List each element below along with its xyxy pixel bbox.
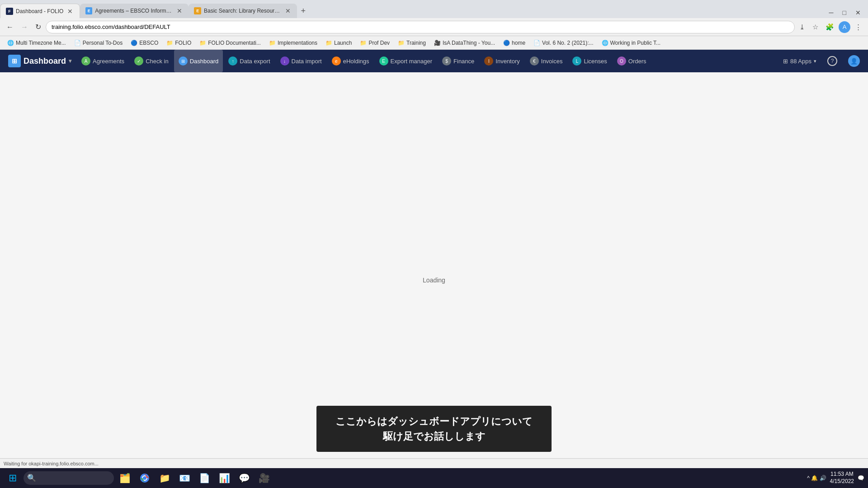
tab-favicon-agreements: E (85, 7, 92, 14)
taskbar-chrome[interactable] (136, 469, 154, 487)
folio-main-content: Loading ここからはダッシュボードアプリについて 駆け足でお話しします (0, 72, 868, 488)
bookmark-icon: 📁 (398, 40, 405, 46)
apps-button[interactable]: ⊞ 88 Apps ▾ (778, 50, 821, 72)
download-icon[interactable]: ⤓ (797, 21, 808, 33)
taskbar-search-input[interactable] (24, 471, 114, 485)
folio-brand[interactable]: ⊞ Dashboard ▾ (4, 55, 76, 67)
tab-title-agreements: Agreements – EBSCO Informatio... (95, 8, 173, 14)
forward-button[interactable]: → (18, 21, 31, 33)
taskbar-folder[interactable]: 📁 (156, 469, 174, 487)
help-button[interactable]: ? (823, 50, 842, 72)
notification-icon[interactable]: 🗨️ (858, 475, 864, 481)
refresh-button[interactable]: ↻ (33, 21, 44, 33)
taskbar-clock: 11:53 AM 4/15/2022 (830, 471, 854, 485)
back-button[interactable]: ← (4, 21, 16, 33)
bookmark-profdev[interactable]: 📁 Prof Dev (356, 39, 393, 47)
bookmark-isa[interactable]: 🎥 IsA DataThing - You... (430, 39, 499, 47)
tab-close-dashboard[interactable]: ✕ (66, 7, 74, 15)
minimize-button[interactable]: ─ (826, 7, 837, 18)
bookmark-folio-doc[interactable]: 📁 FOLIO Documentati... (196, 39, 264, 47)
dataimport-icon: ↓ (280, 56, 289, 66)
new-tab-button[interactable]: + (297, 4, 309, 18)
nav-item-checkin[interactable]: ✓ Check in (130, 50, 173, 72)
taskbar-excel[interactable]: 📊 (215, 469, 233, 487)
svg-point-2 (143, 476, 146, 480)
subtitle-overlay: ここからはダッシュボードアプリについて 駆け足でお話しします (316, 406, 552, 452)
nav-item-dataexport[interactable]: ↑ Data export (224, 50, 274, 72)
bookmark-icon: 🔵 (503, 40, 510, 46)
nav-item-invoices[interactable]: € Invoices (525, 50, 567, 72)
tab-search[interactable]: E Basic Search: Library Resources ✕ (189, 4, 297, 18)
tab-agreements[interactable]: E Agreements – EBSCO Informatio... ✕ (80, 4, 189, 18)
tab-close-search[interactable]: ✕ (284, 7, 292, 15)
checkin-icon: ✓ (134, 56, 143, 66)
nav-item-agreements[interactable]: A Agreements (77, 50, 129, 72)
bookmark-label: Vol. 6 No. 2 (2021):... (542, 40, 593, 46)
bookmark-vol[interactable]: 📄 Vol. 6 No. 2 (2021):... (530, 39, 597, 47)
bookmark-training[interactable]: 📁 Training (394, 39, 429, 47)
nav-item-dataimport[interactable]: ↓ Data import (276, 50, 326, 72)
eholdings-icon: e (332, 56, 341, 66)
folio-nav-right: ⊞ 88 Apps ▾ ? 👤 (778, 50, 864, 72)
star-icon[interactable]: ☆ (810, 21, 821, 33)
bookmark-launch[interactable]: 📁 Launch (322, 39, 355, 47)
tab-close-agreements[interactable]: ✕ (175, 7, 183, 15)
invoices-icon: € (530, 56, 539, 66)
nav-label-eholdings: eHoldings (343, 58, 369, 65)
profile-icon-browser[interactable]: A (839, 21, 850, 33)
nav-item-dashboard[interactable]: ⊞ Dashboard (174, 50, 223, 72)
bookmark-icon: 📁 (269, 40, 276, 46)
nav-item-inventory[interactable]: I Inventory (480, 50, 524, 72)
close-browser-button[interactable]: ✕ (852, 7, 864, 18)
bookmark-multitimezone[interactable]: 🌐 Multi Timezone Me... (4, 39, 70, 47)
tab-favicon-search: E (194, 7, 201, 14)
subtitle-line2: 駆け足でお話しします (335, 429, 533, 444)
settings-icon[interactable]: ⋮ (852, 21, 864, 33)
address-input[interactable] (46, 21, 795, 33)
tab-extras: ─ □ ✕ (826, 7, 868, 18)
bookmark-todos[interactable]: 📄 Personal To-Dos (71, 39, 127, 47)
nav-item-eholdings[interactable]: e eHoldings (327, 50, 374, 72)
nav-label-licenses: Licenses (584, 58, 607, 65)
user-icon: 👤 (848, 55, 860, 67)
taskbar-file-explorer[interactable]: 🗂️ (116, 469, 134, 487)
bookmark-icon: 🌐 (7, 40, 14, 46)
apps-grid-icon: ⊞ (783, 58, 788, 65)
nav-label-finance: Finance (453, 58, 474, 65)
nav-item-finance[interactable]: $ Finance (438, 50, 479, 72)
restore-button[interactable]: □ (839, 7, 850, 18)
tab-title-dashboard: Dashboard - FOLIO (16, 8, 63, 14)
bookmark-label: IsA DataThing - You... (443, 40, 495, 46)
dataexport-icon: ↑ (228, 56, 237, 66)
bookmark-label: Launch (334, 40, 352, 46)
orders-icon: O (617, 56, 626, 66)
extensions-icon[interactable]: 🧩 (823, 21, 837, 33)
bookmark-working[interactable]: 🌐 Working in Public T... (598, 39, 665, 47)
bookmark-icon: 📄 (74, 40, 81, 46)
bookmark-label: Multi Timezone Me... (16, 40, 66, 46)
bookmark-implementations[interactable]: 📁 Implementations (265, 39, 321, 47)
bookmark-ebsco[interactable]: 🔵 EBSCO (127, 39, 162, 47)
bookmark-icon: 🎥 (434, 40, 441, 46)
bookmark-folio[interactable]: 📁 FOLIO (163, 39, 195, 47)
browser-status-bar: Waiting for okapi-training.folio.ebsco.c… (0, 458, 868, 468)
nav-label-orders: Orders (628, 58, 646, 65)
taskbar-meet[interactable]: 🎥 (255, 469, 273, 487)
nav-label-invoices: Invoices (541, 58, 563, 65)
browser-window: F Dashboard - FOLIO ✕ E Agreements – EBS… (0, 0, 868, 488)
folio-brand-icon: ⊞ (8, 55, 21, 67)
windows-start-button[interactable]: ⊞ (4, 469, 22, 487)
profile-button[interactable]: 👤 (844, 50, 864, 72)
tab-dashboard[interactable]: F Dashboard - FOLIO ✕ (0, 4, 80, 18)
taskbar-word[interactable]: 📄 (195, 469, 213, 487)
nav-item-exportmanager[interactable]: E Export manager (375, 50, 437, 72)
nav-item-licenses[interactable]: L Licenses (568, 50, 611, 72)
nav-item-orders[interactable]: O Orders (613, 50, 651, 72)
nav-label-dashboard: Dashboard (190, 58, 219, 65)
taskbar-outlook[interactable]: 📧 (175, 469, 193, 487)
taskbar-teams[interactable]: 💬 (235, 469, 253, 487)
bookmark-label: EBSCO (139, 40, 158, 46)
bookmark-label: Implementations (278, 40, 317, 46)
bookmark-label: Personal To-Dos (83, 40, 123, 46)
bookmark-home[interactable]: 🔵 home (500, 39, 529, 47)
